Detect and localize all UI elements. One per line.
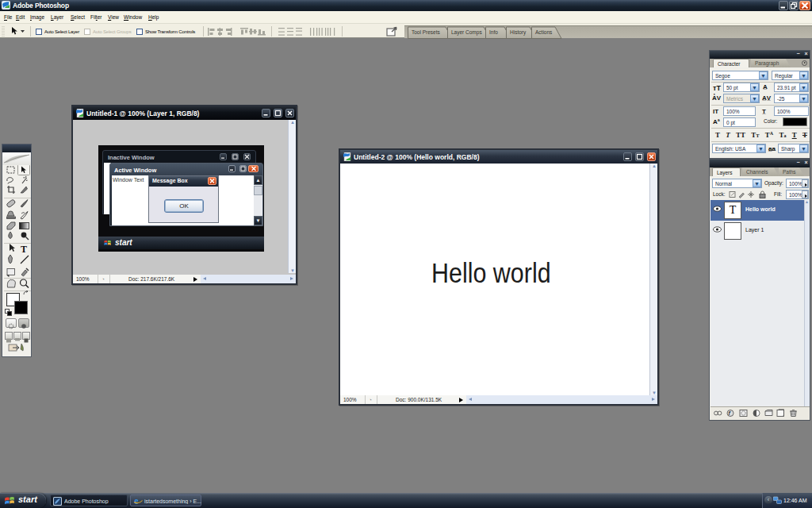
svg-text:T: T xyxy=(21,244,27,255)
svg-text:Actions: Actions xyxy=(535,29,553,35)
svg-text:Layer Comps: Layer Comps xyxy=(451,29,482,36)
svg-text:Tool Presets: Tool Presets xyxy=(412,29,441,35)
svg-text:e: e xyxy=(134,496,138,506)
svg-text:History: History xyxy=(510,29,527,36)
svg-text:Info: Info xyxy=(489,29,498,35)
